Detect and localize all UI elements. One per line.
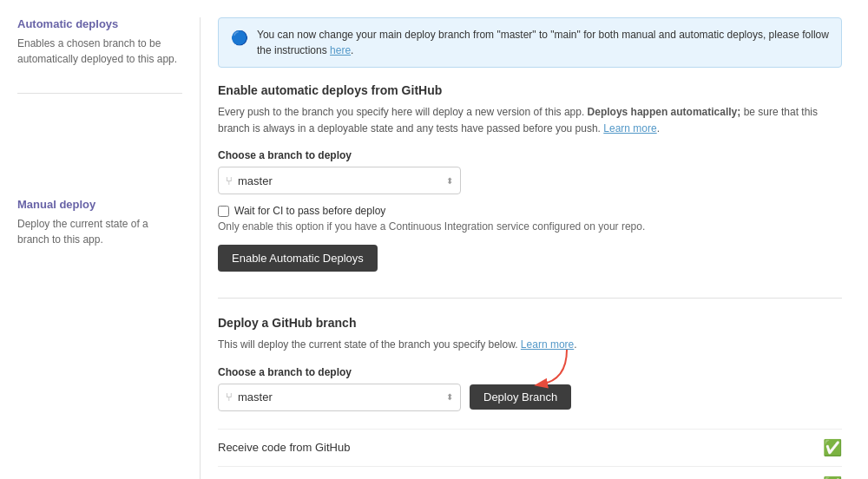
main-divider (218, 298, 842, 299)
manual-deploy-desc: This will deploy the current state of th… (218, 337, 842, 353)
manual-deploy-section: Deploy a GitHub branch This will deploy … (218, 316, 842, 479)
manual-deploy-sidebar-desc: Deploy the current state of a branch to … (17, 216, 182, 247)
automatic-deploys-sidebar-desc: Enables a chosen branch to be automatica… (17, 36, 182, 67)
manual-deploy-sidebar-title: Manual deploy (17, 198, 182, 211)
manual-branch-select-wrapper: ⑂ master ⬍ (218, 384, 461, 411)
select-arrows-auto: ⬍ (446, 176, 453, 186)
auto-branch-select[interactable]: master (238, 174, 446, 187)
step-label-receive: Receive code from GitHub (218, 441, 350, 454)
ci-checkbox[interactable] (218, 206, 229, 217)
step-text-receive: Receive code from GitHub (218, 441, 350, 454)
enable-automatic-deploys-button[interactable]: Enable Automatic Deploys (218, 245, 378, 272)
step-item: Build master 3aa0752b ✅ (218, 467, 842, 479)
automatic-deploys-title: Enable automatic deploys from GitHub (218, 83, 842, 97)
step-item: Receive code from GitHub ✅ (218, 430, 842, 467)
ci-checkbox-hint: Only enable this option if you have a Co… (218, 220, 842, 233)
select-arrows-manual: ⬍ (446, 392, 453, 402)
manual-deploy-learn-more[interactable]: Learn more (521, 338, 574, 351)
info-banner-text: You can now change your main deploy bran… (257, 27, 829, 58)
manual-branch-field-label: Choose a branch to deploy (218, 366, 842, 378)
auto-branch-select-wrapper: ⑂ master ⬍ (218, 167, 461, 194)
info-banner-link[interactable]: here (330, 44, 351, 56)
automatic-deploys-sidebar-title: Automatic deploys (17, 17, 182, 30)
auto-branch-field-label: Choose a branch to deploy (218, 149, 842, 161)
manual-branch-select[interactable]: master (238, 390, 446, 404)
branch-icon-manual: ⑂ (226, 390, 233, 404)
check-icon-build: ✅ (823, 476, 842, 479)
manual-deploy-title: Deploy a GitHub branch (218, 316, 842, 330)
sidebar-divider-1 (17, 93, 182, 94)
deploy-row: ⑂ master ⬍ Deploy Branch (218, 384, 842, 411)
automatic-deploys-section: Enable automatic deploys from GitHub Eve… (218, 83, 842, 272)
deploy-branch-container: Deploy Branch (470, 384, 571, 410)
deploy-branch-button[interactable]: Deploy Branch (470, 384, 571, 410)
automatic-deploys-desc: Every push to the branch you specify her… (218, 104, 842, 137)
branch-icon-auto: ⑂ (226, 174, 233, 187)
check-icon-receive: ✅ (823, 438, 842, 457)
ci-checkbox-label: Wait for CI to pass before deploy (234, 205, 385, 217)
automatic-deploys-learn-more[interactable]: Learn more (603, 122, 656, 135)
ci-checkbox-row: Wait for CI to pass before deploy (218, 205, 842, 217)
deploy-steps-list: Receive code from GitHub ✅ Build master … (218, 429, 842, 479)
info-icon: 🔵 (231, 28, 248, 49)
info-banner: 🔵 You can now change your main deploy br… (218, 17, 842, 68)
